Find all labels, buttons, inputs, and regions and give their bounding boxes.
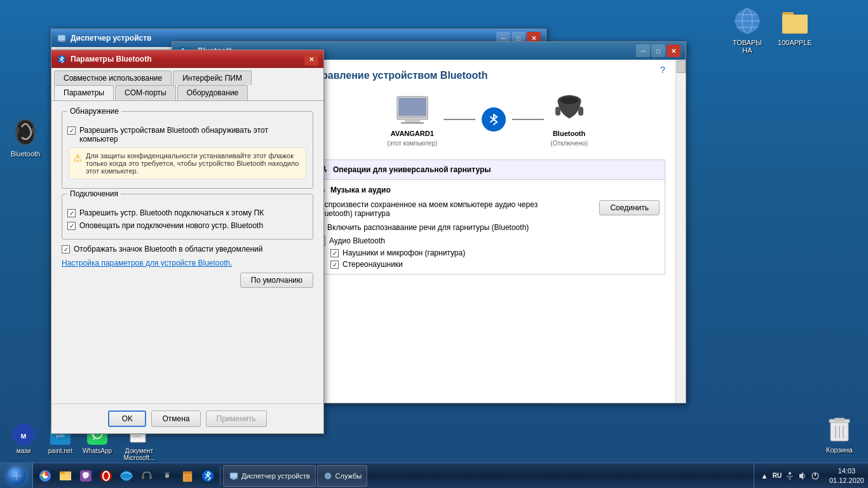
svg-rect-57 bbox=[231, 473, 237, 478]
bt-audio-collapse-row: ▲ Аудио Bluetooth bbox=[315, 236, 660, 246]
apply-button[interactable]: Применить bbox=[206, 410, 267, 427]
taskbar-item-disp[interactable]: Диспетчер устройств bbox=[223, 465, 316, 487]
bluetooth-params-content: Совместное использование Интерфейс ПИМ П… bbox=[51, 68, 323, 433]
svg-rect-24 bbox=[555, 107, 560, 116]
viber-icon[interactable] bbox=[76, 466, 95, 485]
bt-headset-label: Наушники и микрофон (гарнитура) bbox=[342, 248, 465, 257]
bt-params-link[interactable]: Настройка параметров для устройств Bluet… bbox=[62, 259, 233, 268]
connections-group-label: Подключения bbox=[67, 189, 121, 198]
svg-rect-62 bbox=[789, 472, 791, 475]
bt-center-bluetooth-icon bbox=[482, 107, 506, 132]
svg-rect-49 bbox=[149, 475, 152, 479]
connections-checkbox2[interactable] bbox=[67, 222, 76, 230]
tab-params[interactable]: Параметры bbox=[54, 85, 114, 100]
taskbar-quick-launch bbox=[33, 466, 220, 485]
bt-help-icon[interactable]: ? bbox=[660, 65, 670, 75]
tray-expand-icon[interactable]: ▲ bbox=[759, 471, 770, 481]
bluetooth-ql-icon[interactable] bbox=[198, 466, 217, 485]
tray-network-icon[interactable] bbox=[785, 471, 795, 481]
desktop-icon-trash[interactable]: Корзина bbox=[817, 410, 862, 456]
clock-time: 14:03 bbox=[838, 466, 856, 475]
ok-button[interactable]: OK bbox=[108, 410, 146, 427]
taskbar-item-disp-label: Диспетчер устройств bbox=[241, 472, 310, 480]
bt-stereo-label: Стереонаушники bbox=[342, 260, 403, 269]
svg-rect-3 bbox=[32, 127, 36, 133]
bt-to-subtitle: (Отключено) bbox=[550, 140, 587, 147]
discovery-checkbox[interactable] bbox=[67, 126, 76, 135]
bluetooth-desktop-label: Bluetooth bbox=[11, 150, 40, 158]
start-orb-icon bbox=[7, 466, 26, 485]
bt-audio-children: Наушники и микрофон (гарнитура) Стереона… bbox=[330, 248, 660, 269]
archive-ql-icon[interactable] bbox=[178, 466, 197, 485]
connections-item1-row: Разрешить устр. Bluetooth подключаться к… bbox=[67, 208, 308, 217]
bt-connect-button[interactable]: Соединить bbox=[599, 200, 660, 215]
svg-point-61 bbox=[327, 475, 329, 477]
discovery-label: Разрешить устройствам Bluetooth обнаружи… bbox=[79, 126, 308, 144]
svg-rect-59 bbox=[233, 479, 235, 480]
bt-scrollbar[interactable] bbox=[675, 60, 686, 403]
settings-ql-icon[interactable] bbox=[158, 466, 177, 485]
chrome-icon[interactable] bbox=[36, 466, 55, 485]
connections-item2-row: Оповещать при подключении нового устр. B… bbox=[67, 221, 308, 230]
bt-maximize-button[interactable]: □ bbox=[651, 44, 665, 57]
svg-rect-58 bbox=[231, 478, 236, 479]
cancel-button[interactable]: Отмена bbox=[151, 410, 200, 427]
bt-play-row: Воспроизвести сохраненное на моем компью… bbox=[315, 200, 660, 218]
bt-scrollbar-thumb[interactable] bbox=[677, 60, 686, 73]
explorer-icon[interactable] bbox=[56, 466, 75, 485]
taskbar-item-services[interactable]: Службы bbox=[317, 465, 368, 487]
tab-pim[interactable]: Интерфейс ПИМ bbox=[173, 71, 252, 85]
bt-close-button[interactable]: ✕ bbox=[667, 44, 681, 57]
desktop-icon-tovary[interactable]: ТОВАРЫ НА bbox=[725, 3, 770, 57]
bt-headset-checkbox[interactable] bbox=[330, 249, 339, 257]
bt-stereo-checkbox[interactable] bbox=[330, 261, 339, 269]
tab-shared[interactable]: Совместное использование bbox=[54, 71, 172, 85]
headset-ql-icon[interactable] bbox=[137, 466, 156, 485]
notifications-checkbox[interactable] bbox=[62, 245, 70, 254]
svg-rect-27 bbox=[325, 169, 327, 172]
bt-params-close-button[interactable]: ✕ bbox=[304, 53, 318, 65]
tray-power-icon[interactable] bbox=[810, 471, 820, 481]
start-button[interactable] bbox=[0, 463, 33, 489]
tab-com[interactable]: COM-порты bbox=[115, 85, 176, 100]
taskbar-clock[interactable]: 14:03 01.12.2020 bbox=[825, 466, 868, 485]
bt-connector-left bbox=[444, 119, 475, 120]
svg-rect-2 bbox=[15, 127, 19, 133]
whatsapp-label: WhatsApp bbox=[83, 447, 112, 454]
bt-device-to: Bluetooth (Отключено) bbox=[550, 92, 587, 147]
bt-speech-label: Включить распознавание речи для гарнитур… bbox=[327, 223, 529, 232]
bt-params-link-container: Настройка параметров для устройств Bluet… bbox=[62, 259, 313, 268]
svg-rect-25 bbox=[578, 107, 583, 116]
bt-headset-row: Наушники и микрофон (гарнитура) bbox=[330, 248, 660, 257]
svg-rect-21 bbox=[405, 119, 420, 122]
document-label: ДокументMicrosoft... bbox=[124, 447, 155, 461]
svg-marker-66 bbox=[799, 472, 803, 480]
connections-checkbox1[interactable] bbox=[67, 209, 76, 217]
svg-rect-65 bbox=[789, 478, 790, 480]
taskbar: Диспетчер устройств Службы ▲ RU bbox=[0, 463, 868, 488]
bt-from-name: AVANGARD1 bbox=[391, 130, 434, 137]
svg-point-23 bbox=[560, 97, 578, 104]
tray-language[interactable]: RU bbox=[772, 471, 782, 481]
bt-music-title: Музыка и аудио bbox=[330, 186, 391, 194]
opera-icon[interactable] bbox=[97, 466, 116, 485]
bluetooth-params-titlebar[interactable]: Параметры Bluetooth ✕ bbox=[51, 50, 323, 68]
default-button[interactable]: По умолчанию bbox=[240, 273, 313, 288]
tray-volume-icon[interactable] bbox=[797, 471, 808, 481]
folder-icon bbox=[780, 6, 810, 36]
mazi-label: мази bbox=[17, 447, 31, 454]
tab-equipment[interactable]: Оборудование bbox=[177, 85, 248, 100]
apple-label: 100APPLE bbox=[778, 39, 812, 46]
app-icon-mazi[interactable]: м мази bbox=[6, 422, 41, 461]
connections-group: Подключения Разрешить устр. Bluetooth по… bbox=[62, 194, 313, 240]
bt-minimize-button[interactable]: ─ bbox=[636, 44, 650, 57]
taskbar-disp-icon bbox=[229, 471, 239, 481]
bt-speech-row: Включить распознавание речи для гарнитур… bbox=[315, 223, 660, 232]
svg-rect-13 bbox=[58, 36, 65, 40]
discovery-checkbox-row: Разрешить устройствам Bluetooth обнаружи… bbox=[67, 126, 308, 144]
desktop-icon-apple[interactable]: 100APPLE bbox=[773, 3, 817, 49]
desktop-icon-bluetooth[interactable]: Bluetooth bbox=[3, 114, 48, 160]
bt-params-controls: ✕ bbox=[304, 53, 318, 65]
ie-icon[interactable] bbox=[117, 466, 136, 485]
warning-icon: ⚠ bbox=[73, 152, 82, 164]
